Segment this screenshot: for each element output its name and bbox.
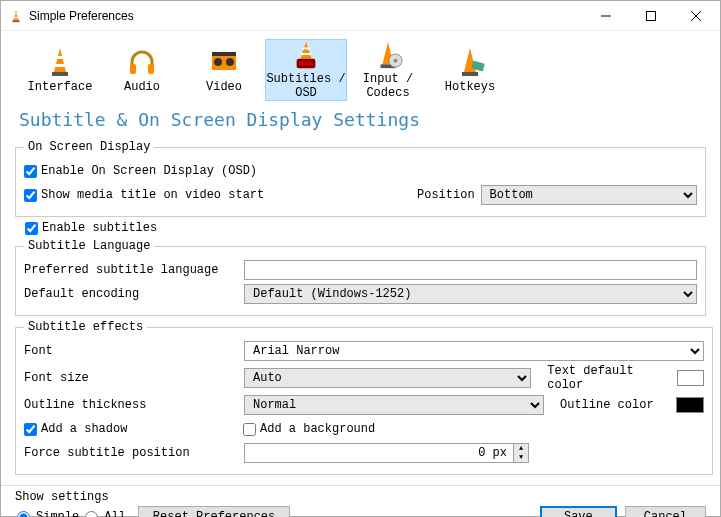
hotkeys-icon: [454, 46, 486, 78]
close-button[interactable]: [673, 1, 718, 30]
spin-up-button[interactable]: ▲: [514, 444, 528, 453]
svg-rect-19: [302, 48, 310, 50]
svg-point-26: [394, 59, 398, 63]
encoding-select[interactable]: Default (Windows-1252): [244, 284, 697, 304]
preferences-window: Simple Preferences Interface Audio Video…: [0, 0, 721, 517]
svg-rect-3: [14, 16, 18, 17]
spin-down-button[interactable]: ▼: [514, 453, 528, 462]
reset-button[interactable]: Reset Preferences: [138, 506, 290, 517]
enable-osd-checkbox[interactable]: [24, 165, 37, 178]
svg-rect-12: [130, 64, 136, 74]
disc-icon: [372, 40, 404, 70]
subtitles-icon: [290, 40, 322, 70]
minimize-button[interactable]: [583, 1, 628, 30]
svg-rect-10: [56, 56, 64, 59]
tab-input[interactable]: Input / Codecs: [347, 39, 429, 101]
subtitle-effects-group: Subtitle effects Font Arial Narrow Font …: [15, 320, 713, 475]
svg-rect-9: [52, 72, 68, 76]
all-radio[interactable]: [85, 511, 98, 518]
svg-point-16: [226, 58, 234, 66]
show-title-label: Show media title on video start: [41, 188, 401, 202]
text-color-label: Text default color: [547, 364, 671, 392]
tab-label: Audio: [124, 80, 160, 94]
tab-audio[interactable]: Audio: [101, 39, 183, 101]
svg-rect-13: [148, 64, 154, 74]
svg-rect-20: [301, 53, 310, 55]
content-area: On Screen Display Enable On Screen Displ…: [1, 136, 720, 485]
app-icon: [9, 9, 23, 23]
window-title: Simple Preferences: [29, 9, 583, 23]
enable-osd-label: Enable On Screen Display (OSD): [41, 164, 257, 178]
svg-rect-2: [14, 13, 18, 14]
text-color-swatch[interactable]: [677, 370, 704, 386]
tab-video[interactable]: Video: [183, 39, 265, 101]
tab-interface[interactable]: Interface: [19, 39, 101, 101]
tab-label: Interface: [28, 80, 93, 94]
font-select[interactable]: Arial Narrow: [244, 341, 704, 361]
force-position-input[interactable]: [245, 444, 513, 462]
svg-rect-11: [55, 64, 65, 67]
simple-radio[interactable]: [17, 511, 30, 518]
tab-subtitles[interactable]: Subtitles / OSD: [265, 39, 347, 101]
save-button[interactable]: Save: [540, 506, 617, 517]
position-label: Position: [417, 188, 475, 202]
font-size-label: Font size: [24, 371, 244, 385]
subtitle-language-group: Subtitle Language Preferred subtitle lan…: [15, 239, 706, 316]
cone-icon: [44, 46, 76, 78]
preferred-lang-label: Preferred subtitle language: [24, 263, 244, 277]
page-title: Subtitle & On Screen Display Settings: [1, 101, 720, 136]
svg-marker-8: [54, 48, 66, 72]
simple-label: Simple: [36, 510, 79, 517]
film-icon: [208, 46, 240, 78]
osd-legend: On Screen Display: [24, 140, 154, 154]
tab-label: Input / Codecs: [348, 72, 428, 100]
force-position-spinbox[interactable]: ▲ ▼: [244, 443, 529, 463]
font-label: Font: [24, 344, 244, 358]
force-position-label: Force subtitle position: [24, 446, 244, 460]
show-settings-group: Show settings Simple All Reset Preferenc…: [15, 490, 290, 517]
enable-subtitles-checkbox[interactable]: [25, 222, 38, 235]
add-shadow-checkbox[interactable]: [24, 423, 37, 436]
osd-group: On Screen Display Enable On Screen Displ…: [15, 140, 706, 217]
svg-rect-5: [646, 11, 655, 20]
svg-rect-22: [299, 62, 312, 66]
preferred-lang-input[interactable]: [244, 260, 697, 280]
maximize-button[interactable]: [628, 1, 673, 30]
effects-legend: Subtitle effects: [24, 320, 147, 334]
svg-marker-18: [300, 42, 311, 59]
font-size-select[interactable]: Auto: [244, 368, 531, 388]
outline-color-label: Outline color: [560, 398, 670, 412]
svg-point-15: [214, 58, 222, 66]
position-select[interactable]: Bottom: [481, 185, 697, 205]
tab-label: Hotkeys: [445, 80, 495, 94]
outline-thickness-select[interactable]: Normal: [244, 395, 544, 415]
category-tabs: Interface Audio Video Subtitles / OSD In…: [1, 31, 720, 101]
show-title-checkbox[interactable]: [24, 189, 37, 202]
all-label: All: [104, 510, 126, 517]
show-settings-label: Show settings: [15, 490, 290, 504]
svg-marker-0: [13, 9, 18, 20]
tab-label: Video: [206, 80, 242, 94]
add-shadow-label: Add a shadow: [41, 422, 243, 436]
cancel-button[interactable]: Cancel: [625, 506, 706, 517]
svg-rect-17: [212, 52, 236, 56]
sub-lang-legend: Subtitle Language: [24, 239, 154, 253]
encoding-label: Default encoding: [24, 287, 244, 301]
svg-rect-28: [462, 72, 478, 76]
add-background-label: Add a background: [260, 422, 375, 436]
outline-color-swatch[interactable]: [676, 397, 704, 413]
tab-label: Subtitles / OSD: [266, 72, 346, 100]
tab-hotkeys[interactable]: Hotkeys: [429, 39, 511, 101]
window-controls: [583, 1, 718, 30]
enable-subtitles-label: Enable subtitles: [42, 221, 157, 235]
titlebar: Simple Preferences: [1, 1, 720, 31]
outline-thickness-label: Outline thickness: [24, 398, 244, 412]
add-background-checkbox[interactable]: [243, 423, 256, 436]
footer: Show settings Simple All Reset Preferenc…: [1, 485, 720, 517]
headphones-icon: [126, 46, 158, 78]
svg-rect-1: [13, 20, 20, 22]
